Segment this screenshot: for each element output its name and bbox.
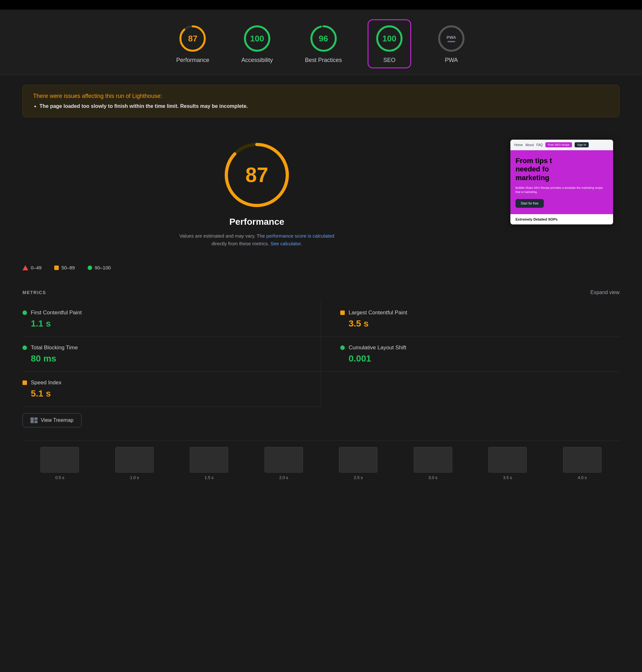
metrics-title: METRICS [23, 290, 46, 295]
best-practices-score-value: 96 [319, 34, 328, 44]
mockup-hero: From tips tneeded fomarketing Bubble Sha… [510, 150, 613, 214]
metric-cls-name: Cumulative Layout Shift [349, 344, 407, 351]
mockup-cta-btn: Free SEO recipe [545, 142, 572, 147]
large-score-circle: 87 [221, 140, 292, 210]
thumbnail-time-1: 0.5 s [55, 475, 64, 480]
mockup-nav-bar: Home About FAQ Free SEO recipe Sign In [510, 140, 613, 150]
mockup-subtext: Bubble Share SEO Recipe provides a templ… [515, 186, 608, 194]
metric-lcp-header: Largest Contentful Paint [340, 309, 619, 316]
pass-icon [88, 266, 92, 270]
warning-item: The page loaded too slowly to finish wit… [39, 103, 609, 109]
legend-average-range: 50–89 [61, 265, 75, 270]
performance-score-circle: 87 [178, 24, 207, 53]
performance-score-link[interactable]: performance score is calculated [267, 233, 334, 239]
accessibility-score-value: 100 [250, 34, 264, 44]
thumbnail-time-7: 3.5 s [503, 475, 512, 480]
accessibility-score-circle: 100 [243, 24, 272, 53]
top-bar [0, 0, 642, 10]
metric-lcp-name: Largest Contentful Paint [349, 309, 407, 316]
view-treemap-button[interactable]: View Treemap [23, 413, 81, 427]
thumbnail-time-3: 1.5 s [205, 475, 214, 480]
thumbnail-3: 1.5 s [172, 447, 246, 480]
thumbnail-box-8 [563, 447, 602, 473]
pwa-score-circle: PWA [437, 24, 466, 53]
metric-fcp-value: 1.1 s [31, 318, 301, 329]
metric-tbt-dot [23, 345, 27, 350]
thumbnail-time-8: 4.0 s [578, 475, 587, 480]
metric-si-dot [23, 380, 27, 385]
mockup-signin-btn: Sign In [575, 142, 589, 147]
tab-performance-label: Performance [176, 57, 209, 64]
treemap-icon [30, 417, 38, 423]
tab-performance[interactable]: 87 Performance [170, 20, 216, 67]
thumbnail-5: 2.5 s [321, 447, 396, 480]
score-legend: 0–49 50–89 90–100 [23, 265, 111, 270]
metric-fcp: First Contentful Paint 1.1 s [23, 302, 321, 337]
seo-score-value: 100 [382, 34, 396, 44]
metric-si: Speed Index 5.1 s [23, 372, 321, 407]
metric-tbt-header: Total Blocking Time [23, 344, 301, 351]
best-practices-score-circle: 96 [309, 24, 338, 53]
tab-accessibility[interactable]: 100 Accessibility [235, 20, 279, 67]
tab-best-practices-label: Best Practices [305, 57, 342, 64]
metric-cls-header: Cumulative Layout Shift [340, 344, 619, 351]
thumbnail-7: 3.5 s [470, 447, 545, 480]
metrics-section: METRICS Expand view First Contentful Pai… [23, 290, 619, 434]
thumbnail-box-7 [488, 447, 527, 473]
large-score-container: 87 Performance Values are estimated and … [23, 140, 491, 248]
average-icon [54, 266, 59, 270]
thumbnail-4: 2.0 s [246, 447, 321, 480]
metric-fcp-dot [23, 310, 27, 315]
legend-pass-range: 90–100 [95, 265, 111, 270]
svg-rect-13 [34, 421, 38, 423]
metric-cls-value: 0.001 [349, 354, 619, 364]
thumbnail-box-5 [339, 447, 377, 473]
metric-fcp-header: First Contentful Paint [23, 309, 301, 316]
mockup-nav-faq: FAQ [536, 143, 543, 147]
tab-best-practices[interactable]: 96 Best Practices [298, 20, 348, 67]
thumbnail-time-2: 1.0 s [130, 475, 139, 480]
seo-score-circle: 100 [375, 24, 404, 53]
tab-seo[interactable]: 100 SEO [368, 19, 411, 68]
pwa-dash-icon [448, 41, 455, 42]
legend-item-fail: 0–49 [23, 265, 41, 270]
metric-si-value: 5.1 s [31, 389, 301, 399]
thumbnail-box-4 [265, 447, 303, 473]
thumbnail-box-2 [115, 447, 154, 473]
tab-pwa[interactable]: PWA PWA [431, 20, 472, 67]
svg-rect-11 [30, 417, 34, 423]
metric-cls: Cumulative Layout Shift 0.001 [321, 337, 619, 372]
warning-title: There were issues affecting this run of … [33, 93, 609, 100]
metric-lcp: Largest Contentful Paint 3.5 s [321, 302, 619, 337]
svg-rect-12 [34, 417, 38, 420]
thumbnail-1: 0.5 s [23, 447, 97, 480]
description-text-2: directly from these metrics. [211, 241, 269, 246]
tab-pwa-label: PWA [445, 57, 458, 64]
main-content-area: 87 Performance Values are estimated and … [0, 127, 642, 283]
fail-icon [23, 265, 28, 270]
mockup-nav-about: About [526, 143, 534, 147]
metric-lcp-dot [340, 310, 345, 315]
pwa-label-text: PWA [447, 35, 456, 40]
legend-item-average: 50–89 [54, 265, 75, 270]
mockup-start-btn: Start for free [515, 199, 544, 208]
metric-tbt-name: Total Blocking Time [31, 344, 78, 351]
large-score-label: Performance [229, 217, 284, 227]
tab-seo-label: SEO [383, 57, 396, 64]
thumbnail-box-6 [414, 447, 452, 473]
screenshot-mockup: Home About FAQ Free SEO recipe Sign In F… [510, 140, 613, 225]
metric-si-header: Speed Index [23, 380, 301, 386]
performance-score-value: 87 [188, 34, 197, 44]
warning-banner: There were issues affecting this run of … [23, 85, 619, 117]
thumbnail-box-1 [40, 447, 79, 473]
expand-view-button[interactable]: Expand view [590, 290, 619, 295]
legend-item-pass: 90–100 [88, 265, 111, 270]
left-panel: 87 Performance Values are estimated and … [23, 140, 491, 270]
calculator-link[interactable]: See calculator. [270, 241, 302, 246]
thumbnail-time-5: 2.5 s [354, 475, 363, 480]
description-text-1: Values are estimated and may vary. The [179, 233, 265, 239]
mockup-footer: Extremely Detailed SOPs [510, 214, 613, 225]
thumbnail-box-3 [190, 447, 228, 473]
metric-tbt-value: 80 ms [31, 354, 301, 364]
metric-lcp-value: 3.5 s [349, 318, 619, 329]
